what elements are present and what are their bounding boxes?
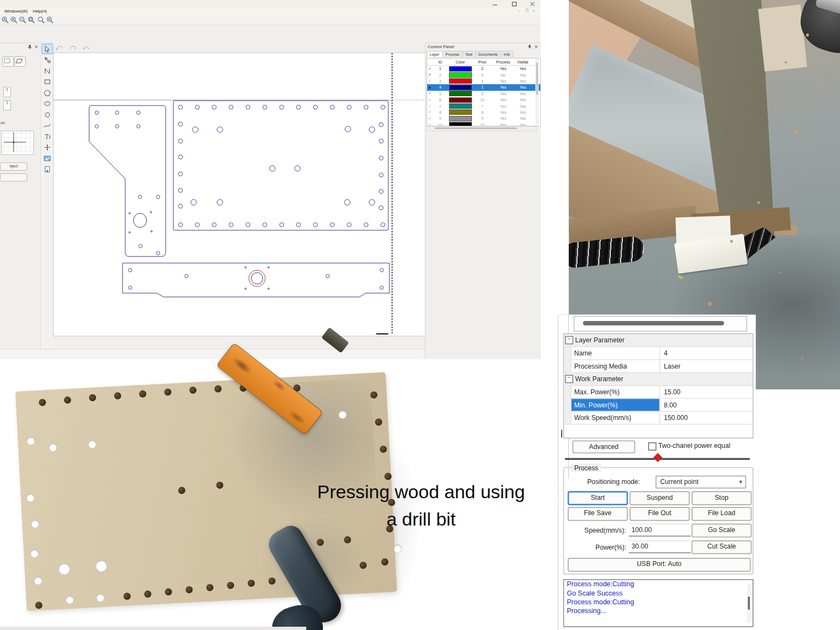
layer-color-swatch[interactable] xyxy=(449,122,472,126)
layer-table-hscrollbar[interactable] xyxy=(427,126,537,131)
layer-row[interactable]: ■41YesYes xyxy=(427,84,540,90)
polygon-tool[interactable] xyxy=(42,88,53,98)
process-legend: Process xyxy=(571,464,601,472)
left-dock-panel: ▲▼ ▲▼ on bject xyxy=(0,43,39,359)
drilled-hole xyxy=(96,593,105,602)
node-toolbar xyxy=(55,44,98,51)
mdi-minimize-icon[interactable]: – xyxy=(518,9,521,13)
param-media-value[interactable]: Laser xyxy=(660,362,752,370)
positioning-mode-select[interactable]: Current point▾ xyxy=(656,476,746,489)
two-chanel-checkbox[interactable] xyxy=(648,442,656,451)
layer-row[interactable]: ✓77YesYes xyxy=(427,103,540,109)
zoom-page-icon[interactable] xyxy=(37,16,45,24)
zoom-toolbar xyxy=(0,15,540,25)
layer-row[interactable]: ✓12YesYes xyxy=(427,66,540,72)
suspend-button[interactable]: Suspend xyxy=(629,491,690,505)
minimize-icon[interactable] xyxy=(491,2,500,7)
tab-test[interactable]: Test xyxy=(462,51,476,57)
param-workspeed-value[interactable]: 150.000 xyxy=(660,413,752,422)
polyline-tool[interactable] xyxy=(42,66,53,76)
export-file-tool[interactable] xyxy=(42,164,53,174)
ellipse-tool[interactable] xyxy=(42,98,53,109)
layer-color-swatch[interactable] xyxy=(449,91,472,96)
file-save-button[interactable]: File Save xyxy=(568,507,628,521)
dock-close-icon[interactable] xyxy=(34,44,39,49)
skew-tool-button[interactable] xyxy=(14,56,26,67)
group-layer-parameter[interactable]: −Layer Parameter xyxy=(564,334,752,347)
speed-input[interactable]: 100.00 xyxy=(629,524,691,537)
close-icon[interactable] xyxy=(528,2,537,7)
layer-row[interactable]: ✓99YesYes xyxy=(427,115,540,121)
zoom-in-icon[interactable] xyxy=(1,16,9,24)
zoom-in-point-icon[interactable] xyxy=(10,16,18,24)
clipped-button[interactable]: bject xyxy=(0,162,27,171)
stop-button[interactable]: Stop xyxy=(692,491,752,505)
layer-mark-icon: ✓ xyxy=(427,122,433,126)
layer-row[interactable]: ✗26NoYes xyxy=(427,72,540,78)
tab-layer[interactable]: Layer xyxy=(427,51,443,57)
group-work-parameter[interactable]: −Work Parameter xyxy=(564,373,752,386)
x-spinner[interactable]: ▲▼ xyxy=(3,87,11,97)
y-spinner[interactable]: ▲▼ xyxy=(3,100,11,110)
param-maxpower-value[interactable]: 15.00 xyxy=(660,388,752,396)
text-tool[interactable] xyxy=(42,131,53,142)
go-scale-button[interactable]: Go Scale xyxy=(692,524,752,538)
tab-process[interactable]: Process xyxy=(442,51,463,57)
caption-line-1: Pressing wood and using xyxy=(295,478,547,505)
positioning-mode-label: Positioning mode: xyxy=(587,477,640,486)
layer-color-swatch[interactable] xyxy=(449,72,472,78)
canvas-hscroll-thumb[interactable] xyxy=(376,333,388,335)
layer-row[interactable]: ✓88YesYes xyxy=(427,109,540,115)
layer-color-swatch[interactable] xyxy=(449,85,472,90)
usb-port-button[interactable]: USB Port: Auto xyxy=(568,558,751,571)
layer-row[interactable]: ✓1010YesYes xyxy=(427,122,540,126)
select-tool[interactable] xyxy=(42,44,53,54)
rectangle-tool[interactable] xyxy=(42,77,53,87)
menu-windows[interactable]: Windows(W) xyxy=(4,9,28,14)
tab-info[interactable]: Info xyxy=(500,51,514,57)
param-minpower-value[interactable]: 8.00 xyxy=(660,401,752,409)
tab-documents[interactable]: Documents xyxy=(475,51,501,57)
layer-color-swatch[interactable] xyxy=(449,97,472,103)
zoomed-scrollbar-thumb[interactable] xyxy=(583,321,724,325)
clipped-button-2[interactable] xyxy=(0,173,27,182)
cut-scale-button[interactable]: Cut Scale xyxy=(692,540,752,554)
pin-icon[interactable] xyxy=(27,44,33,50)
zoom-selection-icon[interactable] xyxy=(27,16,35,24)
pick-tool-button[interactable] xyxy=(2,56,14,67)
maximize-icon[interactable] xyxy=(510,2,519,7)
zoomed-panel-content: −Layer Parameter Name4 Processing MediaL… xyxy=(562,331,754,627)
spline-tool[interactable] xyxy=(42,120,53,131)
power-slider-marker[interactable] xyxy=(654,453,663,462)
menu-help[interactable]: Help(H) xyxy=(33,9,47,14)
power-input[interactable]: 30.00 xyxy=(629,540,691,553)
layer-row[interactable]: ✓55YesYes xyxy=(427,91,540,97)
mdi-restore-icon[interactable]: ❐ xyxy=(525,9,528,13)
layer-row[interactable]: ✓612YesYes xyxy=(427,97,540,103)
layer-table-header: ID Color Prior Process Visible xyxy=(427,59,540,66)
layer-row[interactable]: ✓34YesYes xyxy=(427,78,540,84)
log-scrollbar[interactable] xyxy=(747,584,751,622)
file-load-button[interactable]: File Load xyxy=(692,507,752,521)
zoom-all-icon[interactable] xyxy=(46,16,54,24)
start-button[interactable]: Start xyxy=(568,491,628,505)
param-name-value[interactable]: 4 xyxy=(660,349,752,357)
layer-color-swatch[interactable] xyxy=(449,109,472,115)
layer-color-swatch[interactable] xyxy=(449,116,472,121)
file-out-button[interactable]: File Out xyxy=(629,507,690,521)
closed-curve-tool[interactable] xyxy=(42,109,53,120)
title-bar xyxy=(0,0,540,8)
layer-mark-icon: ✓ xyxy=(427,116,433,121)
panel-pin-icon[interactable] xyxy=(527,44,532,49)
layer-color-swatch[interactable] xyxy=(449,78,472,84)
move-tool[interactable] xyxy=(42,142,53,153)
advanced-button[interactable]: Advanced xyxy=(573,440,635,453)
layer-table-scrollbar[interactable] xyxy=(535,59,539,125)
mdi-close-icon[interactable]: × xyxy=(533,9,535,13)
node-edit-tool[interactable] xyxy=(42,55,53,65)
layer-color-swatch[interactable] xyxy=(449,103,472,109)
layer-color-swatch[interactable] xyxy=(449,66,472,72)
zoom-out-icon[interactable] xyxy=(19,16,26,24)
image-tool[interactable] xyxy=(42,153,53,164)
panel-close-icon[interactable] xyxy=(534,44,539,49)
